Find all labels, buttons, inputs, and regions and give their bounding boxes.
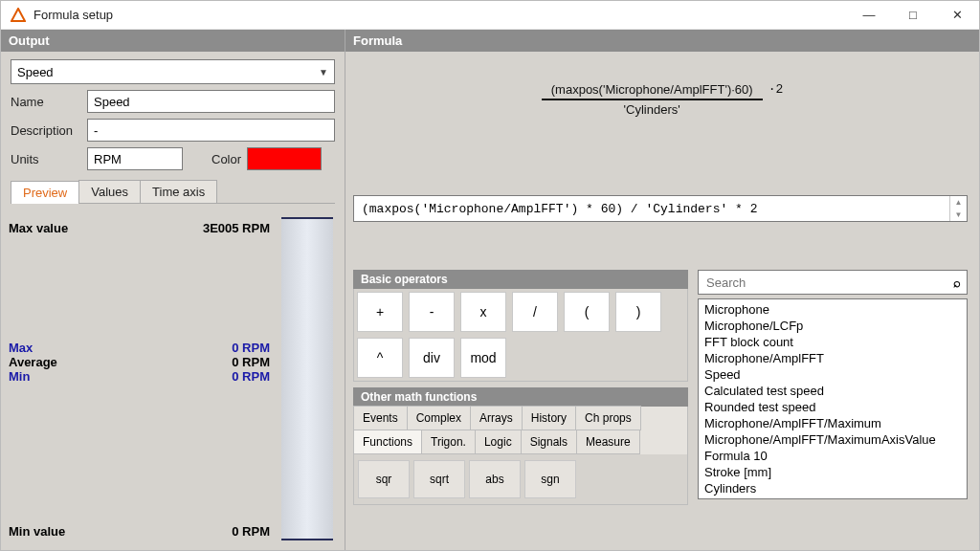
preview-pane: Max value 3E005 RPM Max0 RPM Average0 RP… [1,211,345,550]
color-label: Color [212,152,241,166]
stat-max-label: Max [9,341,33,355]
list-item[interactable]: Microphone/LCFp [704,318,961,334]
formula-text-field[interactable]: (maxpos('Microphone/AmplFFT') * 60) / 'C… [353,195,968,222]
fn-tab-history[interactable]: History [522,406,576,430]
fn-sqr-button[interactable]: sqr [358,460,410,498]
max-value-label: Max value [9,221,68,235]
app-logo-icon [11,8,26,23]
tab-timeaxis[interactable]: Time axis [140,180,217,203]
output-body: Speed ▼ Name Description Units Color [1,52,345,211]
operator--button[interactable]: ^ [357,338,403,378]
operator--button[interactable]: / [512,292,558,332]
formula-spinner[interactable]: ▲ ▼ [949,196,967,221]
list-item[interactable]: Calculated test speed [704,383,961,399]
content: Output Speed ▼ Name Description Units [1,30,979,550]
stat-max-value: 0 RPM [232,341,270,355]
fn-sqrt-button[interactable]: sqrt [413,460,465,498]
operator--button[interactable]: ) [615,292,661,332]
search-icon: ⌕ [953,276,961,290]
color-swatch[interactable] [247,147,322,170]
fn-tab-logic[interactable]: Logic [475,430,522,454]
svg-marker-0 [11,9,25,21]
list-item[interactable]: Formula 10 [704,448,961,464]
units-label: Units [11,152,81,166]
description-label: Description [11,123,81,138]
fn-tab-chprops[interactable]: Ch props [575,406,641,430]
list-item[interactable]: Rounded test speed [704,399,961,415]
fn-tab-trigon[interactable]: Trigon. [421,430,476,454]
formula-panel: Formula (maxpos('Microphone/AmplFFT')·60… [345,30,979,550]
output-channel-select[interactable]: Speed ▼ [11,59,335,84]
formula-denominator: 'Cylinders' [542,100,763,117]
chevron-down-icon: ▼ [319,67,328,77]
formula-suffix: ·2 [763,82,784,97]
channel-list[interactable]: MicrophoneMicrophone/LCFpFFT block count… [698,298,968,499]
list-item[interactable]: Cylinders [704,480,961,496]
titlebar[interactable]: Formula setup — □ ✕ [1,1,979,30]
list-item[interactable]: Microphone/AmplFFT/Maximum [704,415,961,431]
caret-down-icon[interactable]: ▼ [950,209,967,221]
name-label: Name [11,95,81,109]
description-input[interactable] [87,119,335,142]
fn-tab-signals[interactable]: Signals [521,430,577,454]
stat-min-label: Min [9,369,30,384]
units-input[interactable] [87,147,183,170]
output-channel-value: Speed [17,65,54,79]
operator-div-button[interactable]: div [409,338,455,378]
window-maximize-button[interactable]: □ [891,1,935,30]
tab-values[interactable]: Values [78,180,141,203]
stat-min-value: 0 RPM [232,369,270,384]
name-row: Name [11,90,335,113]
stat-avg-value: 0 RPM [232,355,270,369]
other-functions-header: Other math functions [353,387,688,407]
min-value: 0 RPM [232,524,270,539]
function-tabs: EventsComplexArraysHistoryCh propsFuncti… [353,407,688,454]
formula-text-wrap: (maxpos('Microphone/AmplFFT') * 60) / 'C… [345,195,979,222]
units-row: Units Color [11,147,335,170]
lower-area: Basic operators +-x/()^divmod Other math… [345,222,979,550]
fn-tab-events[interactable]: Events [353,406,408,430]
fn-tab-functions[interactable]: Functions [353,430,422,454]
list-item[interactable]: Stroke [mm] [704,464,961,480]
formula-numerator: (maxpos('Microphone/AmplFFT')·60) [542,82,763,100]
list-item[interactable]: Microphone/AmplFFT [704,350,961,366]
channel-search-column: ⌕ MicrophoneMicrophone/LCFpFFT block cou… [698,270,968,499]
formula-render: (maxpos('Microphone/AmplFFT')·60) 'Cylin… [345,52,979,195]
operator--button[interactable]: ( [564,292,610,332]
formula-header: Formula [345,30,979,52]
window-minimize-button[interactable]: — [847,1,891,30]
window-title: Formula setup [33,8,113,22]
basic-operators-grid: +-x/()^divmod [353,289,688,382]
min-value-row: Min value 0 RPM [9,524,270,539]
name-input[interactable] [87,90,335,113]
value-bar [281,217,333,540]
formula-setup-window: Formula setup — □ ✕ Output Speed ▼ Name … [0,0,980,551]
formula-fraction: (maxpos('Microphone/AmplFFT')·60) 'Cylin… [542,82,763,117]
function-buttons: sqrsqrtabssgn [353,454,688,505]
operators-column: Basic operators +-x/()^divmod Other math… [353,270,688,505]
operator--button[interactable]: + [357,292,403,332]
fn-tab-complex[interactable]: Complex [407,406,471,430]
tab-preview[interactable]: Preview [11,181,79,204]
max-value: 3E005 RPM [203,221,270,235]
channel-search-input[interactable] [704,275,953,291]
stat-avg-label: Average [9,355,57,369]
output-header: Output [1,30,345,52]
list-item[interactable]: Microphone/AmplFFT/MaximumAxisValue [704,431,961,448]
output-panel: Output Speed ▼ Name Description Units [1,30,345,550]
operator--button[interactable]: - [409,292,455,332]
caret-up-icon[interactable]: ▲ [950,196,967,209]
operator-mod-button[interactable]: mod [460,338,506,378]
list-item[interactable]: Speed [704,366,961,383]
window-close-button[interactable]: ✕ [935,1,979,30]
channel-search-box[interactable]: ⌕ [698,270,968,295]
description-row: Description [11,119,335,142]
list-item[interactable]: FFT block count [704,334,961,350]
fn-sgn-button[interactable]: sgn [524,460,576,498]
operator-x-button[interactable]: x [460,292,506,332]
fn-abs-button[interactable]: abs [469,460,521,498]
fn-tab-measure[interactable]: Measure [576,430,640,454]
fn-tab-arrays[interactable]: Arrays [470,406,523,430]
list-item[interactable]: Microphone [704,301,961,318]
basic-operators-header: Basic operators [353,270,688,289]
